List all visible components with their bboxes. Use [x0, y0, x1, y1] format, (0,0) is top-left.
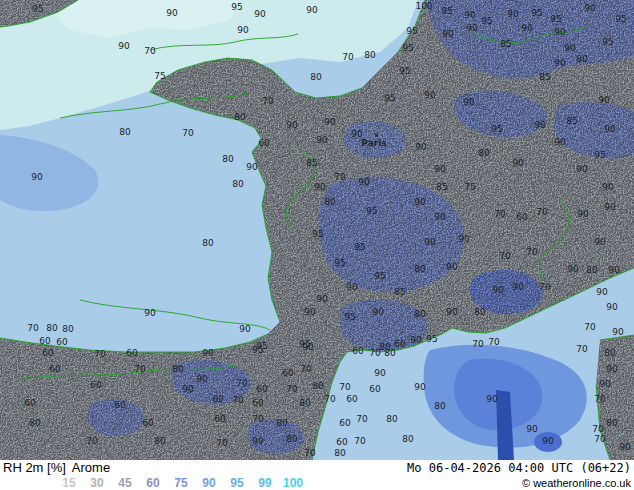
rh-value-label: 90 [434, 164, 445, 174]
rh-value-label: 90 [606, 364, 617, 374]
rh-value-label: 70 [334, 172, 345, 182]
rh-value-label: 90 [608, 265, 619, 275]
rh-value-label: 90 [324, 117, 335, 127]
rh-value-label: 90 [596, 287, 607, 297]
rh-value-label: 85 [436, 182, 447, 192]
rh-value-label: 95 [441, 6, 452, 16]
legend-value: 90 [195, 476, 223, 490]
rh-value-label: 70 [262, 96, 273, 106]
rh-value-label: 70 [232, 395, 243, 405]
rh-value-label: 70 [286, 384, 297, 394]
rh-value-label: 70 [86, 436, 97, 446]
rh-value-label: 90 [576, 164, 587, 174]
rh-value-label: 90 [446, 307, 457, 317]
rh-value-label: 90 [512, 282, 523, 292]
rh-value-label: 90 [554, 137, 565, 147]
rh-value-label: 70 [592, 424, 603, 434]
rh-value-label: 70 [499, 251, 510, 261]
map-footer: RH 2m [%]Arome Mo 06-04-2026 04:00 UTC (… [0, 460, 634, 490]
rh-value-label: 90 [302, 342, 313, 352]
rh-value-label: 80 [234, 112, 245, 122]
rh-value-label: 90 [286, 120, 297, 130]
rh-value-label: 90 [202, 348, 213, 358]
rh-value-label: 60 [339, 418, 350, 428]
rh-value-label: 70 [339, 382, 350, 392]
footer-legend-row: 1530456075909599100 © weatheronline.co.u… [3, 475, 631, 489]
rh-value-label: 90 [512, 158, 523, 168]
rh-value-label: 85 [500, 39, 511, 49]
rh-value-label: 90 [306, 5, 317, 15]
rh-value-label: 60 [252, 398, 263, 408]
rh-value-label: 90 [358, 177, 369, 187]
rh-value-label: 90 [424, 90, 435, 100]
rh-value-label: 70 [236, 378, 247, 388]
rh-value-label: 90 [612, 327, 623, 337]
rh-value-label: 70 [304, 448, 315, 458]
rh-value-label: 90 [492, 285, 503, 295]
rh-value-label: 70 [488, 337, 499, 347]
rh-value-label: 90 [594, 237, 605, 247]
rh-value-label: 95 [550, 14, 561, 24]
rh-value-label: 80 [324, 197, 335, 207]
rh-value-label: 70 [576, 344, 587, 354]
rh-value-label: 100 [415, 1, 432, 11]
color-legend: 1530456075909599100 [3, 475, 307, 490]
forecast-datetime: Mo 06-04-2026 04:00 UTC (06+22) [407, 461, 631, 475]
rh-value-label: 60 [56, 337, 67, 347]
rh-value-label: 60 [516, 212, 527, 222]
rh-value-label: 80 [29, 418, 40, 428]
rh-value-label: 90 [410, 335, 421, 345]
rh-value-label: 80 [276, 418, 287, 428]
rh-value-label: 90 [584, 3, 595, 13]
rh-value-label: 90 [246, 162, 257, 172]
rh-value-label: 80 [386, 414, 397, 424]
rh-value-label: 80 [414, 264, 425, 274]
rh-value-label: 90 [521, 23, 532, 33]
rh-value-label: 60 [394, 339, 405, 349]
rh-value-label: 95 [491, 124, 502, 134]
rh-value-label: 70 [27, 323, 38, 333]
rh-value-label: 60 [49, 364, 60, 374]
rh-value-label: 90 [118, 41, 129, 51]
rh-value-label: 80 [232, 179, 243, 189]
rh-value-label: 80 [474, 307, 485, 317]
rh-value-label: 95 [344, 312, 355, 322]
rh-value-label: 70 [356, 414, 367, 424]
rh-value-label: 75 [154, 71, 165, 81]
rh-value-label: 70 [94, 349, 105, 359]
rh-value-label: 95 [334, 258, 345, 268]
rh-value-label: 80 [586, 265, 597, 275]
rh-value-label: 60 [256, 384, 267, 394]
rh-value-label: 95 [374, 271, 385, 281]
rh-value-label: 70 [342, 52, 353, 62]
weather-map: 9590959090100959095909595909590959090909… [0, 0, 634, 460]
rh-value-label: 90 [577, 209, 588, 219]
legend-value: 95 [223, 476, 251, 490]
rh-value-label: 95 [399, 66, 410, 76]
rh-value-label: 80 [478, 148, 489, 158]
rh-value-label: 80 [414, 309, 425, 319]
rh-value-label: 80 [576, 54, 587, 64]
rh-value-label: 70 [536, 207, 547, 217]
footer-title-row: RH 2m [%]Arome Mo 06-04-2026 04:00 UTC (… [3, 461, 631, 475]
rh-value-label: 90 [442, 29, 453, 39]
legend-value: 99 [251, 476, 279, 490]
legend-value: 15 [55, 476, 83, 490]
rh-value-label: 90 [567, 264, 578, 274]
rh-value-label: 80 [310, 72, 321, 82]
rh-value-label: 80 [119, 127, 130, 137]
rh-value-label: 60 [258, 138, 269, 148]
rh-value-label: 95 [531, 8, 542, 18]
rh-value-label: 90 [554, 27, 565, 37]
rh-value-label: 85 [306, 158, 317, 168]
rh-value-label: 90 [458, 234, 469, 244]
rh-value-label: 90 [316, 294, 327, 304]
rh-value-label: 80 [384, 348, 395, 358]
rh-value-label: 95 [615, 14, 626, 24]
rh-value-label: 90 [239, 324, 250, 334]
rh-value-label: 80 [46, 323, 57, 333]
rh-value-label: 90 [599, 379, 610, 389]
rh-value-label: 90 [414, 382, 425, 392]
rh-value-label: 95 [481, 16, 492, 26]
rh-value-label: 70 [300, 364, 311, 374]
